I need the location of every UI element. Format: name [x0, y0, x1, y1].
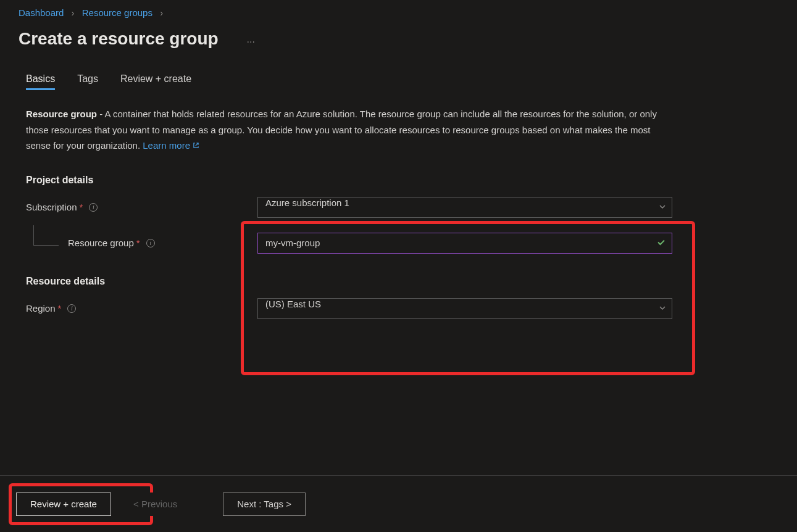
info-icon[interactable]: i — [146, 239, 155, 247]
description-text: Resource group - A container that holds … — [26, 106, 674, 154]
resource-group-label: Resource group * i — [26, 238, 257, 248]
next-button[interactable]: Next : Tags > — [223, 493, 306, 516]
subscription-label: Subscription * i — [26, 202, 257, 212]
tab-bar: Basics Tags Review + create — [26, 73, 771, 90]
review-create-button[interactable]: Review + create — [16, 493, 111, 516]
tab-basics[interactable]: Basics — [26, 73, 55, 90]
info-icon[interactable]: i — [89, 203, 98, 212]
previous-button[interactable]: < Previous — [120, 493, 191, 516]
description-body: - A container that holds related resourc… — [26, 109, 657, 151]
chevron-right-icon: › — [72, 7, 75, 18]
external-link-icon — [193, 141, 199, 152]
breadcrumb-resource-groups[interactable]: Resource groups — [82, 7, 152, 18]
section-resource-details: Resource details — [26, 276, 771, 287]
subscription-select[interactable]: Azure subscription 1 — [257, 197, 672, 218]
section-project-details: Project details — [26, 175, 771, 186]
region-select[interactable]: (US) East US — [257, 298, 672, 319]
required-asterisk-icon: * — [136, 238, 140, 248]
region-label: Region * i — [26, 303, 257, 314]
learn-more-link[interactable]: Learn more — [143, 140, 199, 151]
resource-group-input[interactable] — [257, 233, 672, 254]
breadcrumb-dashboard[interactable]: Dashboard — [19, 7, 64, 18]
info-icon[interactable]: i — [67, 304, 76, 313]
checkmark-icon — [656, 237, 666, 249]
tab-tags[interactable]: Tags — [77, 73, 98, 90]
chevron-right-icon: › — [160, 7, 163, 18]
more-actions-button[interactable]: ··· — [247, 36, 255, 48]
wizard-footer: Review + create < Previous Next : Tags > — [0, 475, 797, 532]
page-title: Create a resource group — [0, 18, 237, 49]
tab-review-create[interactable]: Review + create — [120, 73, 191, 90]
required-asterisk-icon: * — [80, 202, 83, 212]
breadcrumb: Dashboard › Resource groups › — [0, 0, 797, 18]
required-asterisk-icon: * — [58, 303, 62, 314]
description-lead: Resource group — [26, 109, 97, 119]
